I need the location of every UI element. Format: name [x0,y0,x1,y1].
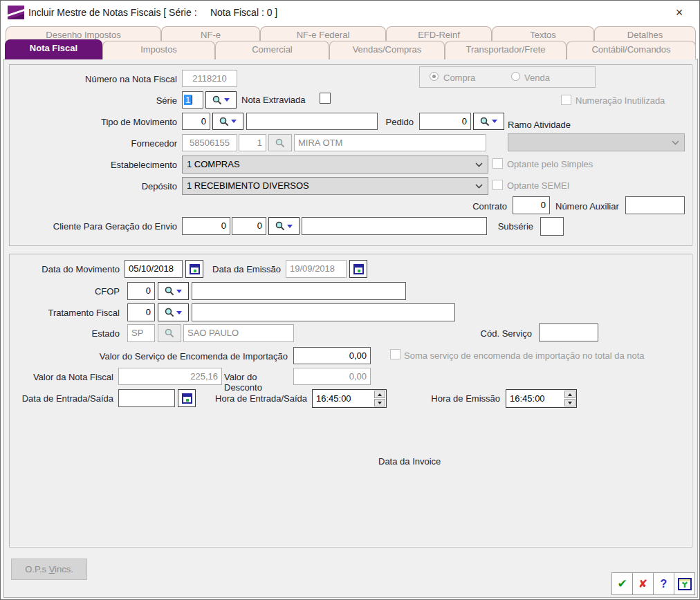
ramo-atividade-select[interactable] [508,133,685,151]
estado-lookup-button[interactable] [158,324,181,342]
spin-down-button[interactable] [564,399,575,406]
ops-vincs-button[interactable]: O.P.s Vincs. [11,559,87,580]
estado-desc-field[interactable]: SAO PAULO [183,324,294,342]
spin-up-button[interactable] [374,391,385,398]
data-movimento-calendar-button[interactable] [185,260,203,278]
valor-nota-field[interactable]: 225,16 [118,368,222,385]
pedido-field[interactable]: 0 [419,113,471,130]
magnifier-icon [275,221,285,231]
title-bar: Incluir Mestre de Notas Fiscais [ Série … [1,1,699,24]
tab-comercial[interactable]: Comercial [215,41,329,59]
valor-desconto-label: Valor do Desconto [224,372,297,393]
spin-up-button[interactable] [564,391,575,398]
contrato-label: Contrato [421,201,507,212]
deposito-label: Depósito [15,181,177,191]
data-entrada-field[interactable] [118,389,175,407]
window-tool-icon [678,578,692,590]
numeracao-inutilizada-checkbox[interactable] [561,95,571,105]
estabelecimento-select[interactable]: 1 COMPRAS [182,156,488,174]
optante-simples-checkbox[interactable] [492,158,503,169]
tab-impostos[interactable]: Impostos [102,41,215,59]
pedido-lookup-button[interactable] [473,113,504,130]
calendar-icon [353,264,364,274]
screen-config-button[interactable] [674,572,695,595]
data-movimento-field[interactable]: 05/10/2018 [125,260,183,278]
dropdown-arrow-icon [176,290,182,293]
numero-auxiliar-field[interactable] [625,196,685,214]
cancel-button[interactable]: ✘ [632,572,654,595]
pedido-label: Pedido [378,117,414,127]
dialog-window: Incluir Mestre de Notas Fiscais [ Série … [0,0,700,600]
tratamento-fiscal-field[interactable]: 0 [127,303,155,321]
estado-field[interactable]: SP [127,324,155,342]
cfop-label: CFOP [15,286,120,297]
chevron-down-icon [475,184,483,189]
spin-down-button[interactable] [374,399,385,406]
tipo-movimento-field[interactable]: 0 [182,113,210,130]
tab-vendas-compras[interactable]: Vendas/Compras [329,41,445,59]
down-arrow-icon [568,402,572,404]
soma-servico-checkbox[interactable] [390,349,400,359]
serie-field[interactable]: 1 [182,91,203,109]
venda-radio[interactable] [511,72,520,81]
cliente-envio-lookup-button[interactable] [268,217,300,235]
compra-radio[interactable] [430,72,439,81]
calendar-icon [190,264,200,274]
cliente-envio-seq-field[interactable]: 0 [232,217,266,235]
help-button[interactable]: ? [653,572,674,595]
cfop-desc-field[interactable] [192,282,406,300]
optante-simples-label: Optante pelo Simples [507,159,625,169]
tipo-movimento-desc-field[interactable] [246,113,378,130]
up-arrow-icon [378,393,382,396]
numero-auxiliar-label: Número Auxiliar [555,201,625,212]
data-movimento-label: Data do Movimento [15,264,120,274]
cod-servico-field[interactable] [539,324,598,341]
hora-entrada-spinner[interactable]: 16:45:00 [312,389,387,408]
cod-servico-label: Cód. Serviço [443,328,532,339]
optante-semei-checkbox[interactable] [492,180,503,190]
contrato-field[interactable]: 0 [513,196,550,214]
nota-extraviada-checkbox[interactable] [320,93,331,104]
serie-lookup-button[interactable] [205,91,237,109]
confirm-button[interactable]: ✔ [611,572,633,595]
cfop-lookup-button[interactable] [158,282,189,300]
tab-contabil-comandos[interactable]: Contábil/Comandos [567,41,696,59]
valor-servico-label: Valor do Serviço de Encomenda de Importa… [56,351,288,362]
tab-nota-fiscal[interactable]: Nota Fiscal [5,39,102,59]
tipo-movimento-label: Tipo de Movimento [15,117,177,127]
data-emissao-field[interactable]: 19/09/2018 [286,260,347,278]
data-emissao-calendar-button[interactable] [349,260,367,278]
numero-nota-label: Número na Nota Fiscal [15,74,177,84]
hora-emissao-spinner[interactable]: 16:45:00 [506,389,577,408]
ramo-atividade-label: Ramo Atividade [508,120,611,130]
tratamento-fiscal-lookup-button[interactable] [158,303,189,321]
fornecedor-seq-field[interactable]: 1 [239,134,266,151]
magnifier-icon [165,286,174,296]
cfop-field[interactable]: 0 [127,282,155,300]
calendar-icon [182,393,192,404]
compra-radio-label: Compra [443,73,492,83]
tratamento-fiscal-desc-field[interactable] [192,303,455,321]
tratamento-fiscal-label: Tratamento Fiscal [15,308,120,318]
fornecedor-name-field[interactable]: MIRA OTM [294,134,486,151]
data-invoice-label: Data da Invoice [378,456,461,467]
fornecedor-code-field[interactable]: 58506155 [182,134,237,151]
fornecedor-lookup-button[interactable] [268,134,292,151]
numeracao-inutilizada-label: Numeração Inutilizada [575,95,686,106]
magnifier-icon [480,117,490,126]
close-button[interactable]: × [669,4,690,21]
cliente-envio-code-field[interactable]: 0 [182,217,230,235]
dropdown-arrow-icon [492,120,497,123]
tipo-movimento-lookup-button[interactable] [212,113,243,130]
tab-transportador-frete[interactable]: Transportador/Frete [445,41,567,59]
subserie-field[interactable] [540,217,564,236]
valor-servico-field[interactable]: 0,00 [293,347,371,364]
valor-desconto-field[interactable]: 0,00 [293,368,371,385]
numero-nota-field[interactable]: 2118210 [182,70,237,87]
data-entrada-label: Data de Entrada/Saída [15,393,113,404]
magnifier-icon [165,328,174,338]
dropdown-arrow-icon [231,120,237,123]
data-entrada-calendar-button[interactable] [178,389,196,407]
deposito-select[interactable]: 1 RECEBIMENTO DIVERSOS [182,177,488,195]
radio-dot [432,75,436,78]
